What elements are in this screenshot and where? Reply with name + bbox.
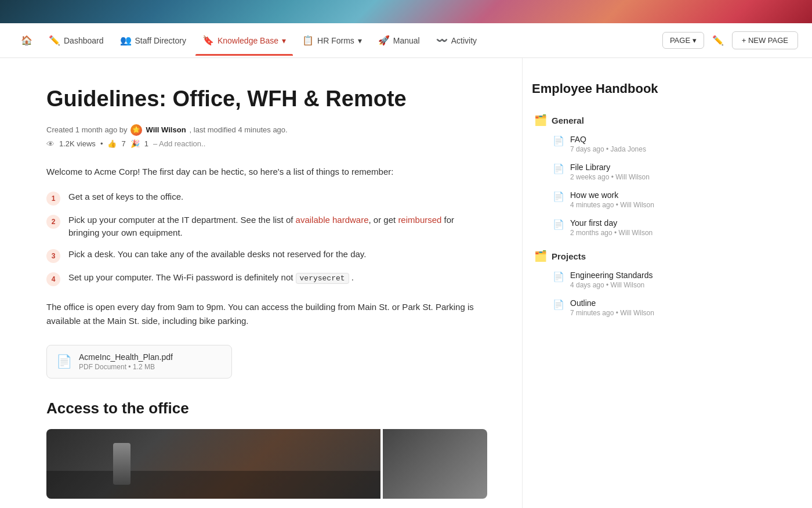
sidebar-section-projects: 🗂️ Projects 📄 Engineering Standards 4 da… xyxy=(532,246,694,322)
knowledge-icon: 🔖 xyxy=(202,35,214,46)
page-button[interactable]: PAGE ▾ xyxy=(662,32,704,49)
author-name[interactable]: Will Wilson xyxy=(146,125,186,134)
wifi-password: verysecret xyxy=(296,273,349,284)
section-title-access: Access to the office xyxy=(46,399,487,417)
doc-meta-engineering-standards: 4 days ago • Will Wilson xyxy=(570,281,652,289)
folder-general[interactable]: 🗂️ General xyxy=(532,110,694,130)
add-reaction-link[interactable]: – Add reaction.. xyxy=(153,139,205,148)
dashboard-icon: ✏️ xyxy=(49,35,60,46)
reimbursed-link[interactable]: reimbursed xyxy=(398,215,441,225)
doc-list-general: 📄 FAQ 7 days ago • Jada Jones 📄 File Lib… xyxy=(550,130,694,242)
nav-item-knowledge-base[interactable]: 🔖 Knowledge Base ▾ xyxy=(195,30,293,51)
photo-strip xyxy=(46,429,487,499)
doc-icon-outline: 📄 xyxy=(553,299,564,310)
doc-name-outline: Outline xyxy=(570,298,654,308)
list-text-1: Get a set of keys to the office. xyxy=(68,190,183,204)
file-meta: PDF Document • 1.2 MB xyxy=(79,363,173,371)
sidebar-section-general: 🗂️ General 📄 FAQ 7 days ago • Jada Jones… xyxy=(532,110,694,242)
file-info: AcmeInc_Health_Plan.pdf PDF Document • 1… xyxy=(79,352,173,371)
nav-items: 🏠 ✏️ Dashboard 👥 Staff Directory 🔖 Knowl… xyxy=(14,30,662,51)
sidebar: Employee Handbook 🗂️ General 📄 FAQ 7 day… xyxy=(522,58,708,508)
list-item: 1 Get a set of keys to the office. xyxy=(46,190,487,206)
file-name: AcmeInc_Health_Plan.pdf xyxy=(79,352,173,362)
edit-icon: ✏️ xyxy=(712,35,724,45)
knowledge-base-dropdown-icon: ▾ xyxy=(282,36,286,45)
photo-left xyxy=(46,429,380,499)
new-page-button[interactable]: + NEW PAGE xyxy=(732,31,798,49)
author-avatar: 🌟 xyxy=(130,124,142,136)
modified-text: , last modified 4 minutes ago. xyxy=(190,125,288,134)
list-item: 2 Pick up your computer at the IT depart… xyxy=(46,214,487,240)
hr-forms-dropdown-icon: ▾ xyxy=(358,36,362,45)
doc-item-how-we-work[interactable]: 📄 How we work 4 minutes ago • Will Wilso… xyxy=(550,186,694,214)
list-num-4: 4 xyxy=(46,272,60,286)
thumbs-count: 7 xyxy=(121,139,125,148)
doc-list-projects: 📄 Engineering Standards 4 days ago • Wil… xyxy=(550,266,694,322)
list-item: 4 Set up your computer. The Wi-Fi passwo… xyxy=(46,271,487,286)
nav-item-activity[interactable]: 〰️ Activity xyxy=(429,30,484,51)
page-title: Guidelines: Office, WFH & Remote xyxy=(46,86,487,113)
body-text: The office is open every day from 9am to… xyxy=(46,300,487,329)
manual-icon: 🚀 xyxy=(378,35,390,46)
doc-name-file-library: File Library xyxy=(570,163,650,172)
folder-projects[interactable]: 🗂️ Projects xyxy=(532,246,694,266)
hr-forms-icon: 📋 xyxy=(302,35,314,46)
stats-dot: • xyxy=(100,139,103,148)
folder-projects-name: Projects xyxy=(552,251,586,261)
doc-meta-your-first-day: 2 months ago • Will Wilson xyxy=(570,229,652,237)
edit-button[interactable]: ✏️ xyxy=(709,31,727,50)
list-num-2: 2 xyxy=(46,215,60,229)
nav-item-hr-forms[interactable]: 📋 HR Forms ▾ xyxy=(295,30,369,51)
list-num-1: 1 xyxy=(46,192,60,206)
doc-icon-file-library: 📄 xyxy=(553,163,564,174)
nav-home[interactable]: 🏠 xyxy=(14,30,39,51)
sidebar-title: Employee Handbook xyxy=(532,81,694,96)
file-attachment[interactable]: 📄 AcmeInc_Health_Plan.pdf PDF Document •… xyxy=(46,345,232,379)
activity-icon: 〰️ xyxy=(436,35,448,46)
nav-item-dashboard[interactable]: ✏️ Dashboard xyxy=(42,30,111,51)
list-text-4: Set up your computer. The Wi-Fi password… xyxy=(68,271,354,284)
doc-icon-faq: 📄 xyxy=(553,135,564,146)
numbered-list: 1 Get a set of keys to the office. 2 Pic… xyxy=(46,190,487,286)
doc-name-your-first-day: Your first day xyxy=(570,218,652,228)
staff-icon: 👥 xyxy=(120,35,132,46)
list-item: 3 Pick a desk. You can take any of the a… xyxy=(46,248,487,263)
created-text: Created 1 month ago by xyxy=(46,125,127,134)
thumbs-up-emoji: 👍 xyxy=(107,139,117,148)
doc-meta-outline: 7 minutes ago • Will Wilson xyxy=(570,309,654,317)
doc-icon-your-first-day: 📄 xyxy=(553,219,564,230)
photo-right xyxy=(383,429,487,499)
party-emoji: 🎉 xyxy=(130,139,140,148)
doc-item-engineering-standards[interactable]: 📄 Engineering Standards 4 days ago • Wil… xyxy=(550,266,694,294)
list-text-3: Pick a desk. You can take any of the ava… xyxy=(68,248,366,261)
nav-bar: 🏠 ✏️ Dashboard 👥 Staff Directory 🔖 Knowl… xyxy=(0,23,812,58)
views-eye-icon: 👁 xyxy=(46,139,55,149)
doc-name-how-we-work: How we work xyxy=(570,190,654,200)
list-num-3: 3 xyxy=(46,249,60,263)
stats-row: 👁 1.2K views • 👍 7 🎉 1 – Add reaction.. xyxy=(46,139,487,149)
doc-meta-how-we-work: 4 minutes ago • Will Wilson xyxy=(570,201,654,209)
doc-name-faq: FAQ xyxy=(570,135,646,144)
doc-item-file-library[interactable]: 📄 File Library 2 weeks ago • Will Wilson xyxy=(550,158,694,186)
doc-meta-file-library: 2 weeks ago • Will Wilson xyxy=(570,173,650,181)
doc-item-faq[interactable]: 📄 FAQ 7 days ago • Jada Jones xyxy=(550,130,694,158)
doc-icon-how-we-work: 📄 xyxy=(553,191,564,202)
party-count: 1 xyxy=(144,139,148,148)
available-hardware-link[interactable]: available hardware xyxy=(296,215,369,225)
file-doc-icon: 📄 xyxy=(56,354,72,369)
folder-general-name: General xyxy=(552,116,584,125)
main-layout: Guidelines: Office, WFH & Remote Created… xyxy=(0,58,812,508)
folder-general-icon: 🗂️ xyxy=(534,114,547,127)
doc-item-outline[interactable]: 📄 Outline 7 minutes ago • Will Wilson xyxy=(550,294,694,322)
header-banner xyxy=(0,0,812,23)
home-icon: 🏠 xyxy=(21,35,32,46)
list-text-2: Pick up your computer at the IT departme… xyxy=(68,214,487,240)
doc-item-your-first-day[interactable]: 📄 Your first day 2 months ago • Will Wil… xyxy=(550,214,694,242)
intro-text: Welcome to Acme Corp! The first day can … xyxy=(46,165,487,179)
meta-row: Created 1 month ago by 🌟 Will Wilson , l… xyxy=(46,124,487,136)
nav-item-manual[interactable]: 🚀 Manual xyxy=(371,30,427,51)
views-count: 1.2K views xyxy=(59,139,96,148)
nav-item-staff-directory[interactable]: 👥 Staff Directory xyxy=(113,30,193,51)
doc-name-engineering-standards: Engineering Standards xyxy=(570,271,652,280)
doc-meta-faq: 7 days ago • Jada Jones xyxy=(570,145,646,153)
